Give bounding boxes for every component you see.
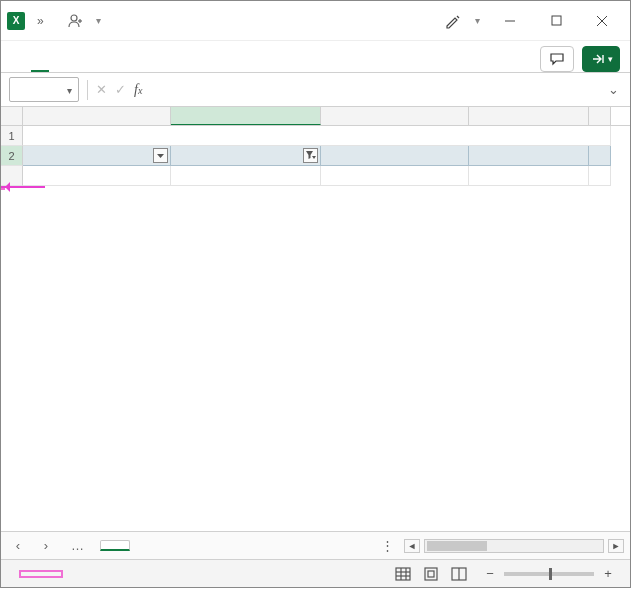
status-bar: − + — [1, 559, 630, 587]
insert-function-icon[interactable]: fx — [134, 82, 142, 98]
tab-insert[interactable] — [51, 58, 69, 72]
sheet-nav-prev[interactable]: ‹ — [7, 535, 29, 557]
cell[interactable] — [589, 146, 611, 166]
row-header[interactable]: 2 — [1, 146, 23, 166]
sheet-tab[interactable] — [100, 540, 130, 551]
tab-review[interactable] — [151, 58, 169, 72]
tab-formulas[interactable] — [111, 58, 129, 72]
formula-controls: ✕ ✓ fx — [96, 82, 142, 98]
qat-chevron-icon[interactable]: » — [33, 14, 48, 28]
tab-home[interactable] — [31, 58, 49, 72]
status-aggregate-highlight — [19, 570, 63, 578]
sheet-title-cell[interactable] — [23, 126, 611, 146]
comments-button[interactable] — [540, 46, 574, 72]
close-button[interactable] — [580, 6, 624, 36]
formula-input[interactable] — [150, 77, 596, 102]
col-header-b[interactable] — [171, 107, 321, 125]
col-header-c[interactable] — [321, 107, 469, 125]
cell[interactable] — [23, 166, 171, 186]
view-buttons — [390, 564, 472, 584]
table-row — [1, 166, 630, 186]
tab-draw[interactable] — [71, 58, 89, 72]
name-box[interactable] — [9, 77, 79, 102]
table-header-row: 2 — [1, 146, 630, 166]
pen-tools-icon[interactable] — [439, 7, 467, 35]
horizontal-scroll: ◄ ► — [404, 539, 624, 553]
cell[interactable] — [321, 166, 469, 186]
arrow-icon — [1, 186, 45, 188]
pen-dropdown-icon[interactable]: ▾ — [475, 15, 480, 26]
tab-file[interactable] — [11, 58, 29, 72]
excel-app-icon — [7, 12, 25, 30]
table-row: 1 — [1, 126, 630, 146]
grid-body[interactable]: 1 2 — [1, 126, 630, 531]
sheet-nav-next[interactable]: › — [35, 535, 57, 557]
tab-automate[interactable] — [191, 58, 209, 72]
title-dropdown-icon[interactable]: ▾ — [96, 15, 101, 26]
cancel-formula-icon[interactable]: ✕ — [96, 82, 107, 97]
cell[interactable] — [171, 166, 321, 186]
user-presence-icon[interactable] — [64, 9, 88, 33]
scroll-thumb[interactable] — [427, 541, 487, 551]
ribbon-tabs: ▾ — [1, 41, 630, 73]
zoom-controls: − + — [482, 566, 622, 582]
zoom-slider[interactable] — [504, 572, 594, 576]
svg-rect-12 — [425, 568, 437, 580]
formula-bar: ✕ ✓ fx ⌄ — [1, 73, 630, 107]
title-bar: » ▾ ▾ — [1, 1, 630, 41]
page-layout-view-button[interactable] — [418, 564, 444, 584]
select-all-corner[interactable] — [1, 107, 23, 125]
header-sales-cell[interactable] — [171, 146, 321, 166]
tab-view[interactable] — [171, 58, 189, 72]
svg-rect-7 — [396, 568, 410, 580]
sheet-more[interactable]: … — [63, 538, 94, 553]
zoom-out-button[interactable]: − — [482, 566, 498, 582]
tab-options-icon[interactable]: ⋮ — [376, 535, 398, 557]
col-header-d[interactable] — [469, 107, 589, 125]
filter-button-item[interactable] — [153, 148, 168, 163]
window-controls — [488, 6, 624, 36]
cell[interactable] — [589, 166, 611, 186]
column-headers — [1, 107, 630, 126]
name-box-dropdown-icon[interactable] — [67, 83, 72, 97]
scroll-left-button[interactable]: ◄ — [404, 539, 420, 553]
filter-button-sales[interactable] — [303, 148, 318, 163]
tab-data[interactable] — [131, 58, 149, 72]
normal-view-button[interactable] — [390, 564, 416, 584]
row-header[interactable]: 1 — [1, 126, 23, 146]
expand-formula-bar-icon[interactable]: ⌄ — [604, 82, 622, 97]
col-header-e[interactable] — [589, 107, 611, 125]
svg-point-0 — [71, 15, 77, 21]
zoom-in-button[interactable]: + — [600, 566, 616, 582]
spreadsheet-grid: 1 2 — [1, 107, 630, 531]
enter-formula-icon[interactable]: ✓ — [115, 82, 126, 97]
cell[interactable] — [321, 146, 469, 166]
tab-page-layout[interactable] — [91, 58, 109, 72]
minimize-button[interactable] — [488, 6, 532, 36]
cell[interactable] — [469, 146, 589, 166]
scroll-track[interactable] — [424, 539, 604, 553]
cell[interactable] — [469, 166, 589, 186]
annotation-arrow — [1, 186, 51, 188]
excel-window: » ▾ ▾ ▾ — [0, 0, 631, 588]
col-header-a[interactable] — [23, 107, 171, 125]
sheet-tab-bar: ‹ › … ⋮ ◄ ► — [1, 531, 630, 559]
svg-rect-4 — [552, 16, 561, 25]
header-item-cell[interactable] — [23, 146, 171, 166]
svg-rect-13 — [428, 571, 434, 577]
page-break-view-button[interactable] — [446, 564, 472, 584]
share-button[interactable]: ▾ — [582, 46, 620, 72]
scroll-right-button[interactable]: ► — [608, 539, 624, 553]
maximize-button[interactable] — [534, 6, 578, 36]
